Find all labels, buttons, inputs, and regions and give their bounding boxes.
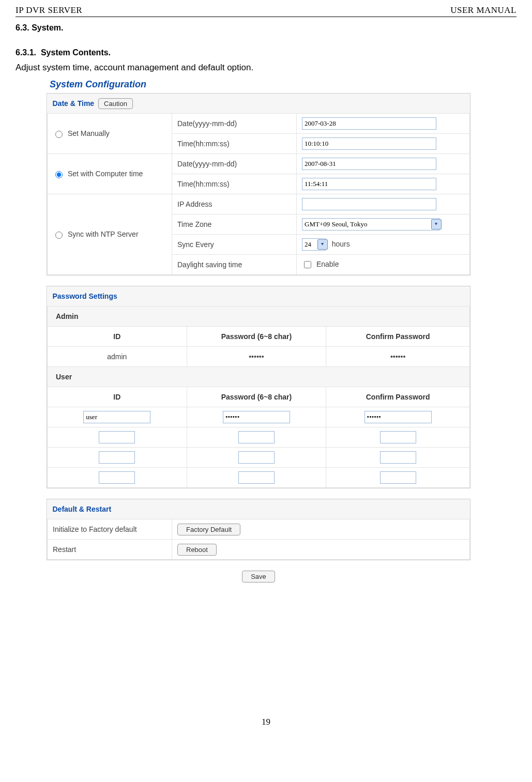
admin-cf: •••••• [390, 352, 405, 361]
user-pw-1[interactable] [238, 431, 275, 443]
user-cf-1[interactable] [380, 431, 416, 443]
heading-6-3-title: System. [32, 23, 63, 32]
heading-6-3-1: 6.3.1. System Contents. [16, 48, 516, 57]
user-row [48, 407, 470, 427]
pw-title: Password Settings [53, 292, 117, 300]
pw-admin-label: Admin [56, 312, 79, 320]
factory-default-button[interactable]: Factory Default [177, 524, 240, 535]
user-pw-3[interactable] [238, 471, 275, 484]
pw-cf-header2: Confirm Password [326, 387, 470, 407]
date-time-panel: Date & Time Caution Set Manually Date(yy… [47, 93, 470, 275]
user-row [48, 427, 470, 448]
manual-date-label: Date(yyyy-mm-dd) [177, 119, 237, 128]
admin-pw: •••••• [249, 352, 264, 361]
heading-6-3-1-num: 6.3.1. [16, 48, 36, 57]
radio-set-manually[interactable] [55, 131, 63, 138]
manual-date-input[interactable] [302, 117, 436, 130]
hours-label: hours [332, 240, 350, 248]
reboot-button[interactable]: Reboot [177, 544, 217, 556]
dst-checkbox[interactable] [304, 261, 311, 268]
init-label: Initialize to Factory default [53, 525, 137, 533]
password-settings-panel: Password Settings Admin ID Password (6~8… [47, 286, 470, 488]
pw-id-header: ID [48, 327, 187, 347]
user-row [48, 468, 470, 488]
header-left: IP DVR SERVER [16, 5, 82, 16]
heading-6-3-1-title: System Contents. [41, 48, 111, 57]
user-pw-2[interactable] [238, 451, 275, 464]
sync-every-label: Sync Every [177, 240, 214, 249]
manual-time-label: Time(hh:mm:ss) [177, 140, 230, 148]
user-cf-0[interactable] [364, 411, 432, 423]
pw-id-header2: ID [48, 387, 187, 407]
section-desc: Adjust system time, account management a… [16, 63, 516, 73]
header-right: USER MANUAL [450, 5, 516, 16]
date-time-title: Date & Time [53, 99, 95, 108]
ntp-ip-input[interactable] [302, 198, 436, 210]
heading-6-3: 6.3. System. [16, 23, 516, 33]
comp-date-input[interactable] [302, 158, 436, 170]
user-id-1[interactable] [99, 431, 135, 443]
system-configuration-title: System Configuration [47, 76, 470, 93]
comp-time-input[interactable] [302, 178, 436, 190]
pw-cf-header: Confirm Password [326, 327, 470, 347]
comp-time-label: Time(hh:mm:ss) [177, 180, 230, 188]
ntp-ip-label: IP Address [177, 200, 212, 208]
user-cf-3[interactable] [380, 471, 416, 484]
tz-select[interactable] [302, 218, 439, 231]
user-id-2[interactable] [99, 451, 135, 464]
radio-set-computer[interactable] [55, 171, 63, 178]
comp-date-label: Date(yyyy-mm-dd) [177, 160, 237, 168]
set-computer-label: Set with Computer time [68, 170, 143, 178]
dst-label: Daylight saving time [177, 260, 242, 269]
def-title: Default & Restart [53, 505, 112, 513]
sync-ntp-label: Sync with NTP Server [68, 230, 139, 238]
user-cf-2[interactable] [380, 451, 416, 464]
set-manually-label: Set Manually [68, 129, 110, 137]
user-id-3[interactable] [99, 471, 135, 484]
pw-pw-header: Password (6~8 char) [187, 327, 326, 347]
caution-button[interactable]: Caution [98, 98, 133, 109]
user-pw-0[interactable] [223, 411, 290, 423]
heading-6-3-num: 6.3. [16, 23, 29, 32]
radio-sync-ntp[interactable] [55, 232, 63, 239]
manual-time-input[interactable] [302, 137, 436, 150]
save-button[interactable]: Save [242, 571, 275, 582]
admin-id: admin [107, 352, 127, 361]
chevron-down-icon[interactable]: ▾ [317, 239, 328, 250]
user-id-0[interactable] [83, 411, 150, 423]
chevron-down-icon[interactable]: ▾ [431, 219, 442, 229]
dst-enable-label: Enable [316, 260, 339, 268]
page-number: 19 [16, 717, 516, 727]
tz-label: Time Zone [177, 220, 211, 228]
restart-label: Restart [53, 545, 76, 554]
default-restart-panel: Default & Restart Initialize to Factory … [47, 499, 470, 560]
pw-pw-header2: Password (6~8 char) [187, 387, 326, 407]
running-header: IP DVR SERVER USER MANUAL [16, 5, 516, 17]
user-row [48, 448, 470, 468]
pw-user-label: User [56, 373, 72, 381]
